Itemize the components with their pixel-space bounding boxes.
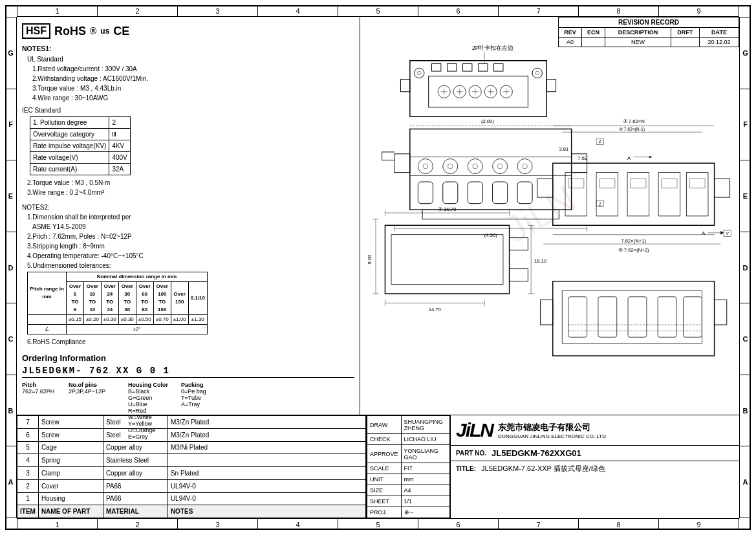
parts-row-2-notes: UL94V-0: [167, 479, 365, 492]
scale-value: FIT: [401, 463, 449, 474]
grid-bot-col-5: 5: [338, 519, 418, 530]
tol-sub-1: Over6TO6: [66, 281, 83, 314]
tol-header-nominal: Nominal dimension range in mm: [66, 272, 207, 281]
parts-row-1-material: PA66: [103, 492, 167, 505]
svg-text:② 30.70: ② 30.70: [438, 206, 456, 212]
notes2-item-5: 5.Undimensioned tolerances:: [22, 261, 354, 270]
scale-label: SCALE: [367, 463, 402, 474]
parts-row-3-notes: Sn Plated: [167, 467, 365, 480]
svg-rect-10: [494, 64, 503, 72]
hsf-label: HSF: [22, 23, 50, 39]
notes2-item-6: 6.RoHS Compliance: [22, 337, 354, 347]
notes2-item-3: 3.Stripping length : 8~9mm: [22, 241, 354, 251]
ordering-pitch-val: 762=7.62PH: [22, 388, 67, 395]
svg-rect-28: [546, 80, 556, 92]
ordering-title: Ordering Information: [22, 353, 354, 363]
grid-bot-col-4: 4: [258, 519, 338, 530]
tol-sub-8: 0.1/10: [188, 281, 207, 314]
tol-angle-label: ∠: [28, 324, 67, 334]
notes1-title: NOTES1:: [22, 44, 354, 54]
grid-row-F: F: [5, 89, 16, 161]
unit-value: mm: [401, 474, 449, 485]
parts-row-1-item: 1: [17, 492, 39, 505]
parts-row-3-item: 3: [17, 467, 39, 480]
svg-rect-105: [553, 281, 715, 356]
notes2-section: NOTES2: 1.Dimension shall be interpreted…: [22, 202, 354, 347]
part-number-underline: [22, 377, 354, 378]
tol-val-2: ±0.20: [83, 314, 101, 324]
grid-row-G: G: [5, 17, 16, 89]
info-table: DRAW SHUANGPING ZHENG CHECK LICHAO LIU A…: [367, 415, 450, 518]
svg-point-39: [443, 159, 458, 174]
tol-header-pitch: Pitch range inmm: [28, 272, 67, 314]
ul-us-label: us: [100, 27, 109, 36]
top-view: [400, 61, 556, 116]
svg-text:3.81: 3.81: [559, 146, 568, 152]
sheet-value: 1/1: [401, 496, 449, 507]
company-section: JiLN 东莞市锦凌电子有限公司 DONGGUAN JINLING ELECTR…: [450, 415, 739, 518]
svg-rect-49: [468, 182, 482, 204]
tol-angle-val: ±2°: [66, 324, 207, 334]
grid-bot-col-6: 6: [418, 519, 499, 530]
approve-value: YONGLIANG GAO: [401, 445, 449, 463]
grid-col-3: 3: [178, 5, 258, 16]
parts-row-5-material: Copper alloy: [103, 441, 167, 454]
approve-label: APPROVE: [367, 445, 402, 463]
iec-row-5-val: 32A: [109, 163, 130, 175]
tol-sub-5: Over60TO60: [136, 281, 153, 314]
svg-point-43: [493, 159, 508, 174]
company-name-en: DONGGUAN JINLING ELECTRONIC CO.,LTD: [498, 433, 606, 439]
svg-rect-106: [562, 290, 702, 344]
revision-title: REVISION RECORD: [559, 17, 739, 28]
grid-col-2: 2: [98, 5, 178, 16]
rohs-label: RoHS: [54, 25, 86, 38]
tol-pitch-row: [28, 314, 67, 324]
tol-val-7: ±1.00: [171, 314, 188, 324]
part-number-display: JL5EDGKM- 762 XX G 0 1: [22, 366, 354, 376]
grid-col-5: 5: [338, 5, 418, 16]
parts-row-7-notes: M3/Zn Plated: [167, 416, 365, 429]
parts-header-item: ITEM: [17, 505, 39, 518]
svg-rect-114: [541, 300, 553, 325]
svg-point-5: [535, 71, 539, 75]
grid-bot-col-2: 2: [98, 519, 178, 530]
iec-standard-label: IEC Standard: [22, 105, 354, 115]
parts-row-2-item: 2: [17, 479, 39, 492]
tol-val-8: ±1.30: [188, 314, 207, 324]
grid-bot-col-1: 1: [17, 519, 98, 530]
ordering-pins-val: 2P,3P,4P~12P: [69, 388, 127, 395]
svg-text:A: A: [702, 230, 706, 236]
svg-point-44: [497, 164, 502, 169]
svg-text:Z: Z: [599, 139, 601, 144]
bottom-section: 7 Screw Steel M3/Zn Plated 6 Screw Steel…: [17, 415, 739, 518]
grid-row-A: A: [5, 446, 16, 518]
svg-text:④ 7.62×(N-1): ④ 7.62×(N-1): [619, 127, 645, 132]
parts-header-name: NAME OF PART: [38, 505, 103, 518]
grid-rrow-E: E: [740, 160, 751, 232]
svg-rect-7: [447, 64, 456, 72]
ordering-packing-val: 0=Pe bag T=Tube A=Tray: [181, 388, 220, 408]
svg-text:7.62×(N+1): 7.62×(N+1): [621, 238, 646, 244]
notes1-section: NOTES1: UL Standard 1.Rated voltage/curr…: [22, 44, 354, 197]
tol-val-4: ±0.30: [118, 314, 136, 324]
svg-text:Z: Z: [599, 202, 601, 206]
ordering-packing-label: Packing: [181, 382, 220, 388]
notes2-title: NOTES2:: [22, 202, 354, 212]
svg-marker-102: [720, 231, 724, 235]
grid-rrow-G: G: [740, 17, 751, 89]
svg-text:⑤ 7.62×(N+2): ⑤ 7.62×(N+2): [618, 247, 649, 253]
parts-row-1-name: Housing: [38, 492, 103, 505]
svg-rect-32: [394, 154, 410, 173]
svg-point-3: [417, 71, 421, 75]
grid-bot-col-3: 3: [178, 519, 258, 530]
company-name-cn: 东莞市锦凌电子有限公司: [498, 422, 606, 433]
svg-rect-65: [391, 235, 503, 285]
svg-rect-8: [463, 64, 472, 72]
svg-rect-27: [400, 80, 409, 92]
svg-rect-47: [418, 182, 433, 204]
iec-row-1-name: 1. Pollution degree: [30, 116, 109, 128]
tol-sub-6: Over100TO100: [153, 281, 171, 314]
svg-point-40: [448, 164, 453, 169]
tol-val-1: ±0.15: [66, 314, 83, 324]
iec-row-3-name: Rate impulse voltage(KV): [30, 140, 109, 151]
